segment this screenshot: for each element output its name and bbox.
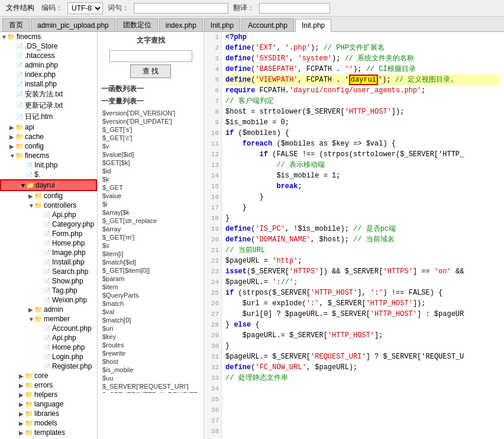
tree-item-show-php[interactable]: 📄 Show.php — [0, 276, 97, 286]
expand-icon-member[interactable]: ▼ — [28, 316, 34, 322]
tree-item-admin-php[interactable]: 📄 admin.php — [0, 60, 97, 70]
tree-item-dollar-dot[interactable]: 📄 $. — [0, 170, 97, 179]
tree-item-account-php[interactable]: 📄 Account.php — [0, 324, 97, 333]
tab-account-php[interactable]: Account.php — [241, 18, 294, 31]
tree-item-htaccess[interactable]: 📄 .htaccess — [0, 51, 97, 60]
var-list-item[interactable]: $_GET['m'] — [101, 233, 200, 241]
expand-icon-root[interactable]: ▼ — [1, 34, 7, 40]
tree-item-helpers-folder[interactable]: ▶ 📁 helpers — [0, 390, 97, 399]
expand-icon-language[interactable]: ▶ — [19, 401, 25, 408]
var-list-item[interactable]: $match — [101, 299, 200, 308]
expand-icon-core[interactable]: ▶ — [19, 373, 25, 379]
tree-item-member-api-php[interactable]: 📄 Api.php — [0, 333, 97, 343]
tree-item-form-php[interactable]: 📄 Form.php — [0, 229, 97, 238]
tree-item-install-php[interactable]: 📄 install.php — [0, 79, 97, 89]
var-list-item[interactable]: $uu — [101, 374, 200, 382]
search-button[interactable]: 查 找 — [130, 64, 171, 78]
var-list-item[interactable]: $match[0] — [101, 316, 200, 324]
menu-file-structure[interactable]: 文件结构 — [4, 2, 37, 14]
tree-item-image-php[interactable]: 📄 Image.php — [0, 248, 97, 257]
tree-item-controllers[interactable]: ▼ 📁 controllers — [0, 201, 97, 210]
tree-item-update-txt[interactable]: 📄 更新记录.txt — [0, 100, 97, 111]
tree-item-search-php[interactable]: 📄 Search.php — [0, 267, 97, 276]
var-list-item[interactable]: $_GET['c'] — [101, 134, 200, 142]
translate-input[interactable] — [259, 3, 330, 14]
var-list-item[interactable]: $key — [101, 333, 200, 341]
expand-icon-errors[interactable]: ▶ — [19, 382, 25, 389]
tree-item-dayrui-config[interactable]: ▶ 📁 config — [0, 191, 97, 201]
expand-icon-helpers[interactable]: ▶ — [19, 392, 25, 398]
expand-icon-cache[interactable]: ▶ — [9, 134, 15, 140]
expand-icon-models[interactable]: ▶ — [19, 420, 25, 427]
tree-item-cache-folder[interactable]: ▶ 📁 cache — [0, 132, 97, 141]
code-editor[interactable]: 1234567891011121314151617181920212223242… — [204, 32, 504, 439]
tree-root[interactable]: ▼ 📁 finecms — [0, 32, 97, 41]
tree-item-libraries-folder[interactable]: ▶ 📁 libraries — [0, 409, 97, 418]
var-list-item[interactable]: $GET[$k] — [101, 159, 200, 167]
tree-item-register-php[interactable]: 📄 Register.php — [0, 361, 97, 371]
tree-item-member-home-php[interactable]: 📄 Home.php — [0, 343, 97, 352]
expand-icon-admin-sub[interactable]: ▶ — [28, 306, 34, 313]
expand-icon-templates-sub[interactable]: ▶ — [19, 430, 25, 436]
var-list-item[interactable]: $value — [101, 192, 200, 200]
tree-item-init-php[interactable]: 📄 Init.php — [0, 160, 97, 170]
var-list-item[interactable]: $match[$id] — [101, 258, 200, 266]
tree-item-weixin-php[interactable]: 📄 Weixin.php — [0, 295, 97, 305]
expand-icon-config[interactable]: ▶ — [9, 143, 15, 150]
tree-item-admin-subfolder[interactable]: ▶ 📁 admin — [0, 305, 97, 314]
var-list-item[interactable]: $_GET — [101, 183, 200, 192]
var-list-item[interactable]: $item — [101, 283, 200, 291]
var-list-item[interactable]: $rewrite — [101, 349, 200, 357]
tree-item-api-folder[interactable]: ▶ 📁 api — [0, 122, 97, 132]
var-list-item[interactable]: $host — [101, 357, 200, 366]
tree-item-templates-sub-folder[interactable]: ▶ 📁 templates — [0, 428, 97, 437]
tree-item-index-php[interactable]: 📄 index.php — [0, 70, 97, 79]
expand-icon-libraries[interactable]: ▶ — [19, 411, 25, 417]
var-list-item[interactable]: $array[$k — [101, 208, 200, 217]
tab-init-php-1[interactable]: Init.php — [204, 18, 240, 31]
search-text-input[interactable] — [109, 50, 192, 62]
expand-icon-dayrui-config[interactable]: ▶ — [28, 193, 34, 199]
var-list-item[interactable]: $routes — [101, 341, 200, 349]
var-list-item[interactable]: $_GET[$item[0]] — [101, 266, 200, 275]
tree-item-api-php[interactable]: 📄 Api.php — [0, 210, 97, 220]
tree-item-install-txt[interactable]: 📄 安装方法.txt — [0, 89, 97, 100]
var-list-item[interactable]: $item[i] — [101, 250, 200, 258]
tree-item-core-folder[interactable]: ▶ 📁 core — [0, 371, 97, 380]
tree-item-language-folder[interactable]: ▶ 📁 language — [0, 399, 97, 409]
tree-item-models-folder[interactable]: ▶ 📁 models — [0, 418, 97, 428]
word-input[interactable] — [134, 3, 228, 14]
var-list-item[interactable]: $param — [101, 275, 200, 283]
tab-group-locate[interactable]: 团数定位 — [117, 18, 158, 31]
tree-item-ds-store[interactable]: 📄 .DS_Store — [0, 41, 97, 51]
tree-item-login-php[interactable]: 📄 Login.php — [0, 352, 97, 361]
var-list-item[interactable]: $_SERVER['HTTP_X_REWRITE_URL' — [101, 390, 200, 393]
tree-item-tag-php[interactable]: 📄 Tag.php — [0, 286, 97, 295]
tab-admin-pic-upload[interactable]: admin_pic_upload.php — [31, 18, 115, 31]
var-list-item[interactable]: $_SERVER['REQUEST_URI'] — [101, 382, 200, 390]
tree-item-diary[interactable]: 📄 日记.htm — [0, 111, 97, 122]
tree-item-member-folder[interactable]: ▼ 📁 member — [0, 314, 97, 324]
var-list-item[interactable]: $value[$id] — [101, 150, 200, 159]
var-list-item[interactable]: $_GET['s'] — [101, 125, 200, 134]
expand-icon-finecms[interactable]: ▼ — [9, 153, 15, 159]
tab-index-php[interactable]: index.php — [159, 18, 203, 31]
expand-icon-controllers[interactable]: ▼ — [28, 202, 34, 209]
var-list-item[interactable]: $is_mobile — [101, 366, 200, 374]
tree-item-finecms-folder[interactable]: ▼ 📁 finecms — [0, 151, 97, 160]
tree-item-dayrui-folder[interactable]: ▼ 📁 dayrui — [0, 179, 97, 191]
var-list-item[interactable]: $array — [101, 225, 200, 233]
var-list-item[interactable]: $uri — [101, 324, 200, 333]
var-list-item[interactable]: $version['DR_VERSION'] — [101, 109, 200, 117]
var-list-item[interactable]: $id — [101, 167, 200, 175]
var-list-item[interactable]: $version['DR_UPDATE'] — [101, 117, 200, 125]
expand-icon-dayrui[interactable]: ▼ — [20, 182, 26, 189]
var-list-item[interactable]: $_GET[str_replace — [101, 217, 200, 225]
tab-init-php-2[interactable]: Init.php — [295, 19, 331, 32]
code-content[interactable]: <?phpdefine('EXT', '.php'); // PHP文件扩展名d… — [222, 32, 504, 439]
var-list-item[interactable]: $val — [101, 308, 200, 316]
tree-item-errors-folder[interactable]: ▶ 📁 errors — [0, 380, 97, 390]
tree-item-install-ctrl-php[interactable]: 📄 Install.php — [0, 257, 97, 267]
var-list-item[interactable]: $v — [101, 142, 200, 150]
tab-homepage[interactable]: 首页 — [2, 18, 30, 31]
